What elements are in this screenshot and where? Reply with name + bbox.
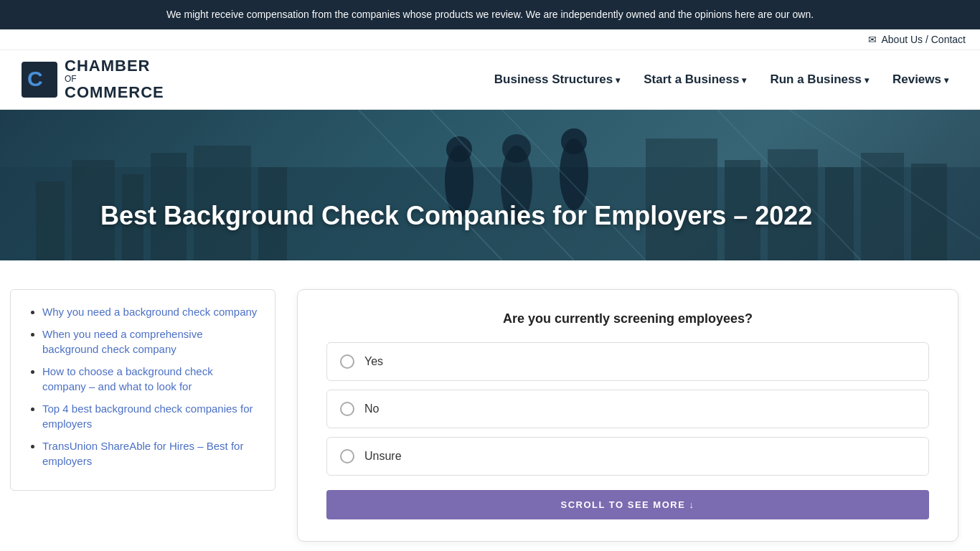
- about-us-link[interactable]: ✉ About Us / Contact: [868, 34, 966, 45]
- svg-point-20: [561, 128, 587, 154]
- logo[interactable]: C CHAMBER OF COMMERCE: [22, 57, 164, 102]
- toc-link-5[interactable]: TransUnion ShareAble for Hires – Best fo…: [42, 440, 243, 467]
- radio-yes: [340, 354, 354, 369]
- svg-text:C: C: [27, 67, 43, 90]
- nav-business-structures[interactable]: Business Structures ▾: [484, 65, 630, 94]
- quiz-option-unsure-label: Unsure: [364, 450, 402, 463]
- radio-no: [340, 402, 354, 416]
- toc-item: TransUnion ShareAble for Hires – Best fo…: [42, 438, 258, 468]
- contact-bar: ✉ About Us / Contact: [0, 29, 980, 50]
- hero-background: [0, 110, 980, 260]
- quiz-option-yes-label: Yes: [364, 355, 383, 368]
- toc-link-2[interactable]: When you need a comprehensive background…: [42, 328, 202, 355]
- quiz-card: Are you currently screening employees? Y…: [297, 289, 958, 542]
- toc-link-1[interactable]: Why you need a background check company: [42, 306, 257, 318]
- logo-chamber: CHAMBER: [65, 57, 164, 75]
- svg-point-18: [502, 134, 531, 163]
- quiz-option-unsure[interactable]: Unsure: [326, 437, 929, 476]
- chevron-down-icon: ▾: [742, 75, 746, 85]
- toc-item: Why you need a background check company: [42, 304, 258, 319]
- toc-link-4[interactable]: Top 4 best background check companies fo…: [42, 402, 253, 430]
- toc-sidebar: Why you need a background check company …: [10, 289, 275, 491]
- top-banner: We might receive compensation from the c…: [0, 0, 980, 29]
- svg-rect-3: [36, 182, 65, 260]
- quiz-option-no-label: No: [364, 402, 379, 415]
- about-us-label: About Us / Contact: [881, 34, 966, 45]
- logo-text: CHAMBER OF COMMERCE: [65, 57, 164, 102]
- toc-item: Top 4 best background check companies fo…: [42, 401, 258, 431]
- scroll-to-see-more-button[interactable]: SCROLL TO SEE MORE ↓: [326, 490, 929, 519]
- hero-title: Best Background Check Companies for Empl…: [100, 200, 880, 231]
- chevron-down-icon: ▾: [864, 75, 869, 85]
- nav-run-a-business[interactable]: Run a Business ▾: [760, 65, 879, 94]
- quiz-option-no[interactable]: No: [326, 390, 929, 428]
- header: C CHAMBER OF COMMERCE Business Structure…: [0, 50, 980, 110]
- main-nav: Business Structures ▾ Start a Business ▾…: [484, 65, 958, 94]
- logo-icon: C: [22, 62, 57, 98]
- nav-reviews[interactable]: Reviews ▾: [882, 65, 958, 94]
- hero: Best Background Check Companies for Empl…: [0, 110, 980, 260]
- radio-unsure: [340, 449, 354, 463]
- svg-rect-14: [911, 164, 947, 260]
- quiz-question: Are you currently screening employees?: [326, 311, 929, 326]
- toc-item: When you need a comprehensive background…: [42, 326, 258, 357]
- email-icon: ✉: [868, 34, 877, 45]
- logo-commerce: COMMERCE: [65, 84, 164, 101]
- toc-link-3[interactable]: How to choose a background check company…: [42, 365, 213, 392]
- top-banner-text: We might receive compensation from the c…: [166, 9, 814, 20]
- toc-item: How to choose a background check company…: [42, 364, 258, 394]
- chevron-down-icon: ▾: [616, 75, 620, 85]
- toc-list: Why you need a background check company …: [28, 304, 258, 468]
- main-content: Why you need a background check company …: [0, 260, 980, 551]
- quiz-option-yes[interactable]: Yes: [326, 342, 929, 381]
- chevron-down-icon: ▾: [944, 75, 948, 85]
- nav-start-a-business[interactable]: Start a Business ▾: [633, 65, 756, 94]
- svg-rect-9: [646, 138, 717, 260]
